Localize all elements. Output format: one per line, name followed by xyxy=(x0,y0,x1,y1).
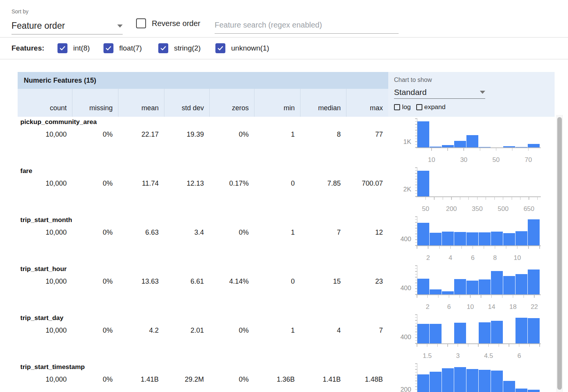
stat-min: 1 xyxy=(254,131,300,139)
stat-zeros: 0.17% xyxy=(209,180,254,188)
filter-unknown-checkbox[interactable]: unknown(1) xyxy=(215,43,269,53)
checkbox-checked-icon[interactable] xyxy=(57,43,67,53)
svg-text:50: 50 xyxy=(492,156,500,163)
stat-count: 10,000 xyxy=(18,229,72,237)
stat-std-dev: 19.39 xyxy=(164,131,209,139)
svg-text:1.5: 1.5 xyxy=(423,352,432,359)
log-checkbox[interactable]: log xyxy=(394,103,411,111)
stat-mean: 13.63 xyxy=(118,278,164,286)
stat-std-dev: 3.4 xyxy=(164,229,209,237)
stat-count: 10,000 xyxy=(18,376,72,384)
svg-text:350: 350 xyxy=(472,205,483,212)
stat-mean: 22.17 xyxy=(118,131,164,139)
svg-text:200: 200 xyxy=(446,205,457,212)
filter-float-checkbox[interactable]: float(7) xyxy=(103,43,142,53)
feature-row-trip_start_hour: trip_start_hour10,0000%13.636.614.14%015… xyxy=(18,264,555,313)
expand-checkbox[interactable]: expand xyxy=(416,103,446,111)
stat-count: 10,000 xyxy=(18,180,72,188)
reverse-order-checkbox[interactable]: Reverse order xyxy=(136,18,200,28)
numeric-features-table: Numeric Features (15) Chart to show Stan… xyxy=(18,72,555,392)
histogram-chart: 1K10305070 xyxy=(386,117,555,166)
histogram-trip_start_hour: 4002610141822 xyxy=(386,264,555,313)
svg-text:650: 650 xyxy=(524,205,534,212)
column-header-missing: missing xyxy=(72,89,118,117)
svg-text:14: 14 xyxy=(488,303,495,310)
column-header-row: countmissingmeanstd devzerosminmedianmax xyxy=(18,89,388,117)
feature-rows: pickup_community_area10,0000%22.1719.390… xyxy=(18,117,555,392)
stat-std-dev: 29.2M xyxy=(164,376,209,384)
feature-row-trip_start_month: trip_start_month10,0000%6.633.40%1712400… xyxy=(18,215,555,264)
chevron-down-icon xyxy=(117,24,123,28)
stat-median: 7.85 xyxy=(300,180,346,188)
svg-text:6: 6 xyxy=(471,254,474,261)
table-title-bar: Numeric Features (15) xyxy=(18,72,388,89)
stat-missing: 0% xyxy=(72,131,118,139)
histogram-trip_start_month: 400246810 xyxy=(386,215,555,264)
column-header-mean: mean xyxy=(118,89,164,117)
stat-std-dev: 12.13 xyxy=(164,180,209,188)
feature-search-input[interactable] xyxy=(215,17,399,34)
svg-text:50: 50 xyxy=(422,205,429,212)
stat-std-dev: 2.01 xyxy=(164,327,209,335)
svg-text:18: 18 xyxy=(509,303,517,310)
filter-int-checkbox[interactable]: int(8) xyxy=(57,43,90,53)
stat-missing: 0% xyxy=(72,327,118,335)
vertical-scrollbar[interactable] xyxy=(557,115,563,392)
svg-text:4: 4 xyxy=(449,254,452,261)
stat-median: 15 xyxy=(300,278,346,286)
sort-by-label: Sort by xyxy=(11,8,28,15)
histogram-chart: 4002610141822 xyxy=(386,264,555,313)
stat-min: 0 xyxy=(254,278,300,286)
checkbox-checked-icon[interactable] xyxy=(215,43,225,53)
column-header-max: max xyxy=(346,89,388,117)
stat-mean: 4.2 xyxy=(118,327,164,335)
chevron-down-icon xyxy=(480,91,485,94)
stat-missing: 0% xyxy=(72,229,118,237)
sort-by-dropdown[interactable]: Feature order xyxy=(11,18,123,34)
svg-text:500: 500 xyxy=(498,205,509,212)
stat-missing: 0% xyxy=(72,278,118,286)
checkbox-checked-icon[interactable] xyxy=(158,43,168,53)
svg-text:22: 22 xyxy=(531,303,538,310)
stat-zeros: 4.14% xyxy=(209,278,254,286)
column-header-min: min xyxy=(254,89,300,117)
stat-count: 10,000 xyxy=(18,131,72,139)
chart-controls-panel: Chart to show Standard log expand xyxy=(388,72,555,117)
stat-count: 10,000 xyxy=(18,327,72,335)
log-label: log xyxy=(402,103,411,111)
feature-name: trip_start_hour xyxy=(20,265,67,273)
chart-options: log expand xyxy=(394,103,445,111)
svg-text:8: 8 xyxy=(493,254,497,261)
stat-min: 1.36B xyxy=(254,376,300,384)
feature-name: trip_start_month xyxy=(20,216,72,224)
chart-type-value: Standard xyxy=(394,88,427,97)
svg-text:4.5: 4.5 xyxy=(484,352,493,359)
stat-count: 10,000 xyxy=(18,278,72,286)
checkbox-unchecked-icon[interactable] xyxy=(394,104,400,110)
filter-label: float(7) xyxy=(119,44,142,52)
checkbox-checked-icon[interactable] xyxy=(103,43,113,53)
filter-label: unknown(1) xyxy=(231,44,269,52)
histogram-chart: 2K50200350500650 xyxy=(386,166,555,215)
feature-name: trip_start_timestamp xyxy=(20,363,85,371)
histogram-fare: 2K50200350500650 xyxy=(386,166,555,215)
feature-stats: 10,0000%1.41B29.2M0%1.36B1.41B1.48B xyxy=(18,376,388,384)
filter-string-checkbox[interactable]: string(2) xyxy=(158,43,201,53)
sort-by-value: Feature order xyxy=(11,21,65,31)
facets-overview-page: Sort by Feature order Reverse order Feat… xyxy=(0,0,568,392)
feature-row-trip_start_timestamp: trip_start_timestamp10,0000%1.41B29.2M0%… xyxy=(18,362,555,392)
feature-stats: 10,0000%6.633.40%1712 xyxy=(18,229,388,237)
scrollbar-thumb[interactable] xyxy=(557,117,562,390)
stat-max: 77 xyxy=(346,131,388,139)
feature-row-fare: fare10,0000%11.7412.130.17%07.85700.072K… xyxy=(18,166,555,215)
chart-type-dropdown[interactable]: Standard xyxy=(394,86,485,99)
feature-name: pickup_community_area xyxy=(20,118,97,126)
histogram-chart: 200 xyxy=(386,362,555,392)
checkbox-unchecked-icon[interactable] xyxy=(416,104,422,110)
feature-stats: 10,0000%22.1719.390%1877 xyxy=(18,131,388,139)
toolbar: Sort by Feature order Reverse order xyxy=(0,0,568,37)
stat-min: 1 xyxy=(254,327,300,335)
checkbox-unchecked-icon[interactable] xyxy=(136,18,146,28)
reverse-order-label: Reverse order xyxy=(152,19,200,28)
stat-max: 700.07 xyxy=(346,180,388,188)
